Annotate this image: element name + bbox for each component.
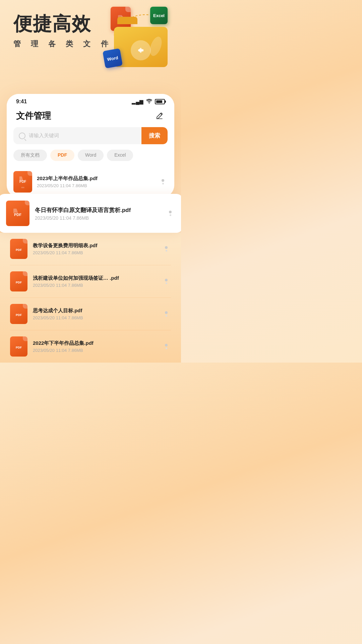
search-icon [19,132,25,139]
file-meta-5: 2023/05/20 11:04 7.86MB [33,315,156,320]
tab-pdf[interactable]: PDF [50,150,74,161]
dot-5-2 [166,315,167,317]
more-dots-icon-5 [165,311,168,317]
more-dots-icon-6 [165,344,168,349]
phone-mockup: 9:41 ▂▄▆ 文件管理 [7,94,174,197]
status-time: 9:41 [16,99,27,105]
search-placeholder: 请输入关键词 [29,132,59,139]
file-more-1[interactable] [158,177,168,186]
file-item-3[interactable]: PDF 教学设备更换费用明细表.pdf 2023/05/20 11:04 7.8… [10,233,171,265]
battery-fill [156,100,162,103]
filter-tabs: 所有文档 PDF Word Excel [7,150,174,166]
pdf-icon-5: PDF [10,304,27,324]
tab-excel[interactable]: Excel [107,150,133,161]
word-badge: Word [103,48,123,68]
file-name-5: 思考达成个人目标.pdf [33,308,156,314]
file-info-5: 思考达成个人目标.pdf 2023/05/20 11:04 7.86MB [33,308,156,320]
file-more-5[interactable] [162,309,171,319]
file-more-6[interactable] [162,342,171,351]
file-more-3[interactable] [162,244,171,254]
file-info-6: 2022年下半年作品总集.pdf 2023/05/20 11:04 7.86MB [33,340,156,353]
battery-icon [155,99,165,104]
hero-section: 便捷高效 管 理 各 类 文 件 Excel PDF [0,0,181,94]
file-more-highlighted[interactable] [166,209,175,218]
dot-6-2 [166,347,167,349]
status-icons: ▂▄▆ [132,99,165,105]
dot-2 [162,183,164,184]
file-info-1: 2023年上半年作品总集.pdf 2023/05/20 11:04 7.86MB [37,175,154,188]
search-input-area: 请输入关键词 [13,128,141,144]
file-item-6[interactable]: PDF 2022年下半年作品总集.pdf 2023/05/20 11:04 7.… [10,330,171,363]
svg-text:PDF: PDF [16,281,22,284]
file-name-3: 教学设备更换费用明细表.pdf [33,243,156,249]
tab-all-docs[interactable]: 所有文档 [13,150,47,161]
more-dots-icon-4 [165,279,168,284]
file-meta-highlighted: 2023/05/20 11:04 7.86MB [35,215,160,221]
dot-1 [162,179,164,182]
file-card-highlighted[interactable]: PDF 冬日有怀李白原文翻译及语言赏析.pdf 2023/05/20 11:04… [0,194,181,233]
file-name-6: 2022年下半年作品总集.pdf [33,340,156,346]
file-info-4: 浅析建设单位如何加强现场签证… .pdf 2023/05/20 11:04 7.… [33,275,156,288]
file-list: PDF 2023年上半年作品总集.pdf 2023/05/20 11:04 7.… [7,166,174,197]
dot-h1 [169,211,172,213]
file-name-4: 浅析建设单位如何加强现场签证… .pdf [33,275,156,281]
svg-text:PDF: PDF [19,180,26,183]
svg-text:PDF: PDF [16,248,22,252]
dot-h2 [170,214,171,216]
pdf-icon-1: PDF [13,171,32,193]
file-name-highlighted: 冬日有怀李白原文翻译及语言赏析.pdf [35,206,160,214]
pdf-icon-highlighted: PDF [6,201,29,226]
app-header: 文件管理 [7,107,174,127]
wifi-icon [146,99,152,105]
more-dots-icon-highlighted [169,211,172,216]
file-name-1: 2023年上半年作品总集.pdf [37,175,154,182]
dot-5-1 [165,311,168,314]
file-meta-3: 2023/05/20 11:04 7.86MB [33,250,156,255]
svg-text:PDF: PDF [16,346,22,349]
folder-icon [114,17,171,67]
file-more-4[interactable] [162,277,171,286]
file-meta-1: 2023/05/20 11:04 7.86MB [37,183,154,188]
file-meta-4: 2023/05/20 11:04 7.86MB [33,283,156,288]
file-info-highlighted: 冬日有怀李白原文翻译及语言赏析.pdf 2023/05/20 11:04 7.8… [35,206,160,221]
search-button[interactable]: 搜索 [141,127,168,144]
dot-3-2 [166,250,167,252]
dot-4-1 [165,279,168,281]
more-dots-icon-1 [162,179,164,184]
app-title: 文件管理 [16,110,51,122]
file-item-4[interactable]: PDF 浅析建设单位如何加强现场签证… .pdf 2023/05/20 11:0… [10,265,171,298]
illustration: Excel PDF [104,7,171,80]
folder-arrows-icon [131,40,151,60]
dot-4-2 [166,282,167,284]
dot-6-1 [165,344,168,346]
status-bar: 9:41 ▂▄▆ [7,94,174,107]
edit-icon[interactable] [154,111,165,121]
folder-tab [117,17,137,24]
svg-text:PDF: PDF [14,213,21,217]
file-item-5[interactable]: PDF 思考达成个人目标.pdf 2023/05/20 11:04 7.86MB [10,298,171,330]
tab-word[interactable]: Word [78,150,104,161]
pdf-icon-6: PDF [10,336,27,357]
file-info-3: 教学设备更换费用明细表.pdf 2023/05/20 11:04 7.86MB [33,243,156,255]
folder-body [114,27,168,67]
folder-shine [148,35,164,58]
pdf-label [21,187,24,188]
more-dots-icon-3 [165,246,168,252]
pdf-icon-4: PDF [10,271,27,291]
file-item-1[interactable]: PDF 2023年上半年作品总集.pdf 2023/05/20 11:04 7.… [13,166,168,197]
search-bar[interactable]: 请输入关键词 搜索 [13,127,168,144]
pdf-icon-3: PDF [10,239,27,259]
dot-3-1 [165,246,168,249]
signal-icon: ▂▄▆ [132,99,143,105]
extra-file-list: PDF 教学设备更换费用明细表.pdf 2023/05/20 11:04 7.8… [0,233,181,363]
svg-text:PDF: PDF [16,313,22,317]
file-meta-6: 2023/05/20 11:04 7.86MB [33,348,156,353]
